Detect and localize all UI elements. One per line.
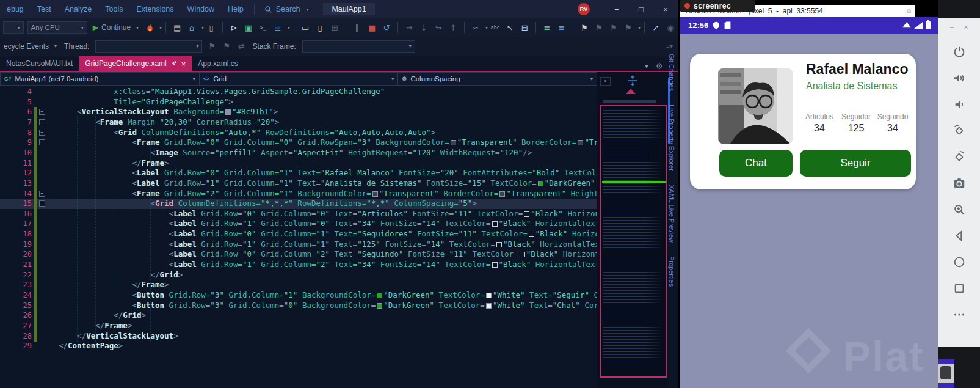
split-view-icon[interactable] [626, 75, 639, 87]
step-out-icon[interactable]: ↪ [432, 21, 445, 34]
rotate-left-icon[interactable] [953, 124, 966, 137]
minimize-button[interactable]: − [604, 0, 629, 18]
lifecycle-events-label[interactable]: ecycle Events▾ [0, 42, 60, 51]
fold-toggle-icon[interactable]: − [39, 119, 45, 125]
tab-app-xaml-cs[interactable]: App.xaml.cs [192, 56, 244, 71]
chevron-down-icon[interactable]: ▾ [645, 63, 648, 70]
line-number: 9 [0, 137, 32, 148]
menu-item-ebug[interactable]: ebug [0, 0, 31, 18]
preview-zoom-combo[interactable]: ▾ [600, 77, 611, 86]
search-box[interactable]: Search ▾ [258, 5, 315, 13]
feedback-icon[interactable]: ◉ [664, 21, 677, 34]
export-icon[interactable]: ↗ [649, 21, 662, 34]
fold-toggle-icon[interactable]: − [39, 109, 45, 115]
menu-item-help[interactable]: Help [221, 0, 250, 18]
thread-combo[interactable]: ▾ [95, 40, 202, 53]
rotate-right-icon[interactable] [953, 150, 966, 164]
code-line-9: 9− <Frame Grid.Row="0" Grid.Column="0" G… [0, 137, 597, 148]
volume-up-icon[interactable] [953, 71, 966, 85]
tab-notascursomaui-txt[interactable]: NotasCursoMAUI.txt [0, 56, 79, 71]
toggle-flagged-icon[interactable]: ⇄ [234, 40, 248, 53]
debug-target-combo[interactable]: ▾ [3, 21, 24, 34]
android-device-icon[interactable]: ▣ [242, 21, 255, 34]
menu-item-tools[interactable]: Tools [98, 0, 129, 18]
terminal-icon[interactable]: >_ [256, 21, 270, 34]
code-text: <Frame Grid.Row="0" Grid.Column="0" Grid… [59, 137, 597, 148]
thread-label[interactable]: Thread: [60, 42, 93, 51]
power-icon[interactable] [953, 45, 966, 59]
clear-bookmarks-icon[interactable]: ⚑ [622, 21, 635, 34]
account-avatar[interactable]: RV [578, 3, 590, 15]
platform-combo[interactable]: Any CPU▾ [27, 21, 87, 34]
emulator-close-button[interactable]: × [964, 23, 968, 32]
build-icon[interactable]: ⊞ [328, 21, 341, 34]
code-editor[interactable]: 4 x:Class="MauiApp1.Views.Pages.GridSamp… [0, 86, 597, 388]
open-folder-icon[interactable]: ▤ [170, 21, 184, 34]
menu-item-analyze[interactable]: Analyze [58, 0, 98, 18]
restart-icon[interactable]: ↺ [380, 21, 393, 34]
breadcrumb-wrench[interactable]: ⚙ColumnSpacing▾ [398, 72, 597, 86]
diagnostics-icon[interactable]: ≈ [469, 21, 482, 34]
next-bookmark-icon[interactable]: ⚑ [607, 21, 620, 34]
emulator-minimize-button[interactable]: − [949, 23, 954, 32]
prev-bookmark-icon[interactable]: ⚑ [592, 21, 606, 34]
volume-down-icon[interactable] [953, 98, 966, 111]
phone-mirror-icon[interactable]: ▯ [313, 21, 327, 34]
document-tabs: NotasCursoMAUI.txtGridPageChallenge.xaml… [0, 56, 678, 71]
bookmark-icon[interactable]: ⚑ [578, 21, 591, 34]
gear-icon[interactable]: ⚙ [655, 61, 663, 71]
fold-toggle-icon[interactable]: − [39, 130, 45, 136]
code-line-24: 24 <Button Grid.Row="3" Grid.Column="1" … [0, 290, 597, 301]
home-icon[interactable] [953, 255, 966, 269]
chat-button[interactable]: Chat [719, 150, 793, 177]
device-portrait-icon[interactable]: ▯ [205, 21, 218, 34]
monitor-icon[interactable]: ▭ [299, 21, 312, 34]
indent-icon[interactable]: ≡ [540, 21, 554, 34]
spellcheck-icon[interactable]: abc [488, 21, 502, 34]
side-tab-properties[interactable]: Properties [668, 256, 675, 287]
side-tab-live-property-explorer[interactable]: Live Property Explorer [668, 104, 675, 171]
menu-item-window[interactable]: Window [181, 0, 221, 18]
pause-icon[interactable]: ‖ [350, 21, 364, 34]
format-document-icon[interactable]: ≡ [555, 21, 568, 34]
breadcrumb-xml[interactable]: <>Grid▾ [200, 72, 399, 86]
close-tab-icon[interactable]: × [181, 59, 186, 68]
hot-reload-button[interactable] [143, 21, 156, 34]
maximize-button[interactable]: □ [629, 0, 653, 18]
breadcrumb-csharp[interactable]: C#MauiApp1 (net7.0-android)▾ [0, 72, 200, 86]
side-tab-git-changes[interactable]: Git Changes [668, 54, 675, 91]
pointer-icon[interactable]: ↖ [503, 21, 517, 34]
fold-toggle-icon[interactable]: − [39, 139, 45, 145]
chevron-down-icon: ▾ [18, 25, 20, 31]
stack-frame-label[interactable]: Stack Frame: [249, 42, 299, 51]
fold-toggle-icon[interactable]: − [39, 191, 45, 197]
continue-button[interactable]: ▶Continue▾ [89, 23, 142, 32]
toolbar-overflow-icon[interactable]: ≡▾ [666, 43, 673, 49]
show-threads-flag-icon[interactable]: ⚑ [205, 40, 219, 53]
device-manager-icon[interactable]: ≣ [271, 21, 285, 34]
expand-designer-icon[interactable] [626, 89, 636, 94]
step-into-icon[interactable]: ↓ [417, 21, 430, 34]
side-tab-xaml-live-preview[interactable]: XAML Live Preview [668, 185, 675, 243]
camera-icon[interactable] [953, 177, 966, 190]
overview-icon[interactable] [953, 282, 966, 295]
close-button[interactable]: × [653, 0, 678, 18]
deploy-run-icon[interactable]: ⊳ [227, 21, 241, 34]
flag-thread-icon[interactable]: ⚑ [220, 40, 233, 53]
zoom-in-icon[interactable] [953, 203, 966, 216]
pin-icon[interactable] [171, 59, 177, 68]
tab-gridpagechallenge-xaml[interactable]: GridPageChallenge.xaml× [79, 56, 192, 71]
back-icon[interactable] [953, 229, 966, 243]
seguir-button[interactable]: Seguir [800, 150, 911, 177]
menu-item-test[interactable]: Test [31, 0, 58, 18]
step-over-icon[interactable]: → [402, 21, 416, 34]
stack-frame-combo[interactable]: ▾ [302, 40, 415, 53]
document-outline-icon[interactable]: ⊟ [518, 21, 531, 34]
menu-item-extensions[interactable]: Extensions [129, 0, 180, 18]
window-home-icon[interactable]: ⌂ [185, 21, 198, 34]
stop-icon[interactable]: ■ [365, 21, 379, 34]
run-to-cursor-icon[interactable]: ↑ [446, 21, 460, 34]
code-minimap[interactable] [600, 105, 667, 378]
more-icon[interactable] [953, 308, 966, 321]
fold-toggle-icon[interactable]: − [39, 200, 45, 207]
